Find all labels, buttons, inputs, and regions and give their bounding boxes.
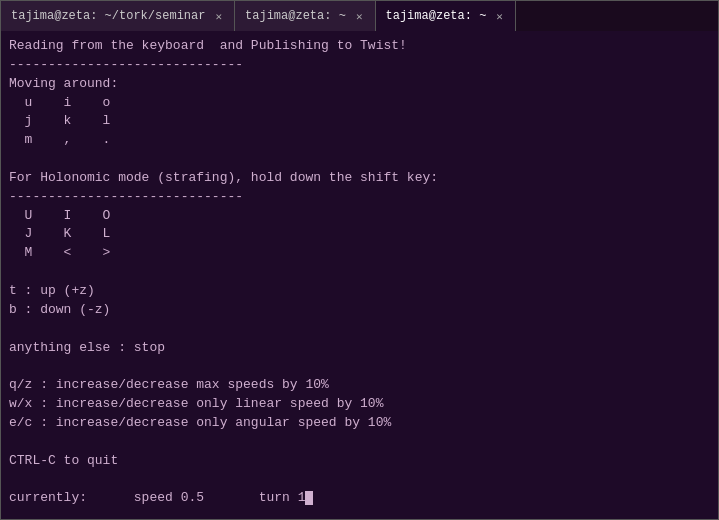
terminal-window: tajima@zeta: ~/tork/seminar ✕ tajima@zet… bbox=[0, 0, 719, 520]
tab-2[interactable]: tajima@zeta: ~ ✕ bbox=[235, 1, 375, 31]
tab-3[interactable]: tajima@zeta: ~ ✕ bbox=[376, 1, 516, 31]
tab-1-close[interactable]: ✕ bbox=[213, 10, 224, 23]
tab-bar: tajima@zeta: ~/tork/seminar ✕ tajima@zet… bbox=[1, 1, 718, 31]
tab-1[interactable]: tajima@zeta: ~/tork/seminar ✕ bbox=[1, 1, 235, 31]
terminal-body[interactable]: Reading from the keyboard and Publishing… bbox=[1, 31, 718, 519]
tab-3-close[interactable]: ✕ bbox=[494, 10, 505, 23]
tab-2-close[interactable]: ✕ bbox=[354, 10, 365, 23]
terminal-cursor bbox=[305, 491, 313, 505]
tab-2-label: tajima@zeta: ~ bbox=[245, 9, 346, 23]
tab-1-label: tajima@zeta: ~/tork/seminar bbox=[11, 9, 205, 23]
tab-3-label: tajima@zeta: ~ bbox=[386, 9, 487, 23]
